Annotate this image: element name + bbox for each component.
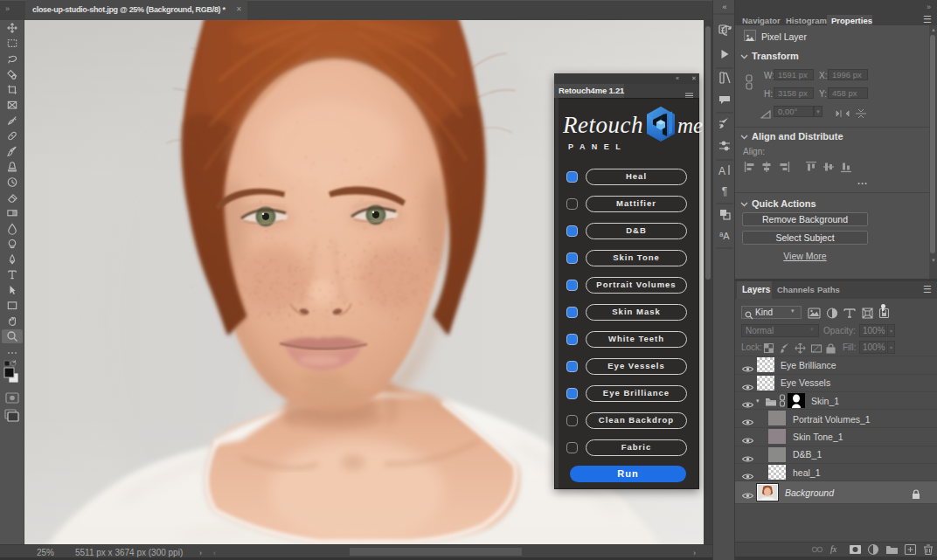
svg-text:«: « xyxy=(722,3,726,11)
svg-text:¶: ¶ xyxy=(722,185,727,197)
svg-text:A: A xyxy=(718,165,725,177)
svg-text:ªA: ªA xyxy=(719,231,730,241)
